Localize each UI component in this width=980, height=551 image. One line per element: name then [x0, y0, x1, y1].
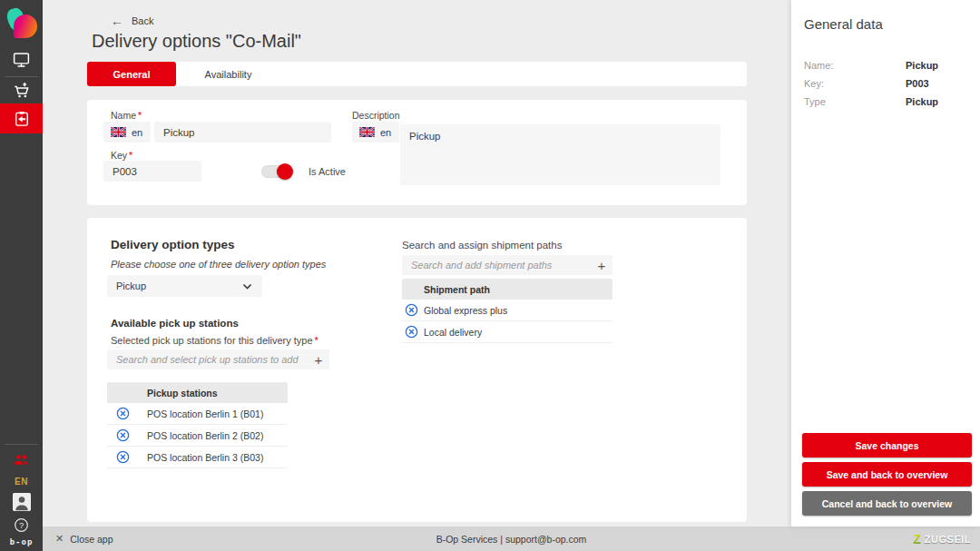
table-row: POS location Berlin 2 (B02) — [107, 425, 288, 447]
table-row: Global express plus — [402, 300, 612, 321]
pickup-stations-select-label: Selected pick up stations for this deliv… — [111, 335, 318, 346]
tab-bar: General Availability — [87, 62, 747, 86]
save-and-back-button[interactable]: Save and back to overview — [802, 462, 972, 487]
tab-general[interactable]: General — [87, 62, 176, 86]
remove-station-icon[interactable] — [116, 428, 130, 442]
pickup-stations-column-header: Pickup stations — [107, 382, 288, 403]
remove-shipment-path-icon[interactable] — [405, 325, 418, 339]
shipment-paths-search-input[interactable] — [402, 260, 591, 271]
summary-type-value: Pickup — [906, 96, 938, 107]
table-row: POS location Berlin 1 (B01) — [107, 403, 288, 425]
delivery-option-types-title: Delivery option types — [111, 238, 235, 251]
table-row: POS location Berlin 3 (B03) — [107, 447, 288, 468]
pickup-stations-search: + — [107, 349, 329, 369]
shipment-paths-title: Search and assign shipment paths — [402, 240, 562, 251]
app-logo-icon[interactable] — [0, 5, 43, 44]
is-active-toggle[interactable] — [261, 163, 298, 180]
avatar-icon — [13, 493, 31, 511]
main-content: ← Back Delivery options "Co-Mail" Genera… — [43, 0, 791, 526]
cart-add-icon — [12, 81, 32, 101]
footer-service-text: B-Op Services | support@b-op.com — [43, 534, 980, 545]
shipment-paths-search: + — [402, 255, 612, 275]
add-shipment-path-icon[interactable]: + — [591, 258, 612, 273]
close-app-button[interactable]: ✕ Close app — [55, 533, 113, 545]
users-icon — [13, 454, 30, 467]
sidebar-item-cart[interactable] — [0, 80, 43, 102]
chevron-down-icon — [241, 280, 253, 292]
monitor-icon — [12, 50, 31, 69]
back-button[interactable]: ← Back — [111, 15, 153, 27]
summary-type-label: Type — [804, 96, 826, 107]
remove-station-icon[interactable] — [116, 407, 130, 420]
delivery-details-card: Delivery option types Please choose one … — [87, 218, 747, 522]
language-switcher[interactable]: EN — [0, 474, 43, 488]
b-op-logo: b-op — [0, 536, 43, 548]
sidebar-item-monitor[interactable] — [0, 47, 43, 71]
sidebar-item-delivery-active[interactable] — [0, 103, 43, 133]
name-label: Name* — [111, 110, 142, 121]
name-input[interactable] — [154, 122, 331, 143]
back-arrow-icon: ← — [111, 15, 123, 27]
sidebar-item-account[interactable] — [0, 492, 43, 512]
name-language-selector[interactable]: en — [103, 122, 151, 143]
is-active-label: Is Active — [309, 166, 346, 177]
zugseil-logo: Z ZUGSEIL — [913, 532, 971, 546]
close-icon: ✕ — [55, 533, 64, 545]
description-textarea[interactable]: Pickup — [400, 124, 720, 185]
sidebar-divider — [5, 444, 38, 445]
help-icon: ? — [14, 517, 29, 533]
delivery-type-select[interactable]: Pickup — [107, 275, 262, 297]
sidebar-divider — [5, 76, 38, 77]
cancel-and-back-button[interactable]: Cancel and back to overview — [802, 491, 972, 516]
summary-key-value: P003 — [906, 78, 929, 89]
shipment-paths-table: Shipment path Global express plus Local … — [402, 279, 612, 343]
key-label: Key* — [111, 150, 132, 161]
summary-title: General data — [804, 16, 883, 32]
add-pickup-station-icon[interactable]: + — [308, 352, 329, 368]
uk-flag-icon — [359, 127, 375, 137]
svg-text:?: ? — [19, 520, 24, 529]
table-row: Local delivery — [402, 321, 612, 343]
general-form-card: Name* en Key* Is Active Description — [87, 100, 747, 205]
delivery-types-hint: Please choose one of three delivery opti… — [111, 259, 326, 270]
summary-panel: General data Name: Pickup Key: P003 Type… — [791, 0, 980, 526]
page-title: Delivery options "Co-Mail" — [92, 31, 301, 52]
shipment-path-column-header: Shipment path — [402, 279, 612, 300]
sidebar: EN ? b-op — [0, 0, 43, 551]
summary-key-label: Key: — [804, 78, 824, 89]
sidebar-item-help[interactable]: ? — [0, 516, 43, 534]
summary-name-value: Pickup — [906, 60, 938, 71]
clipboard-back-icon — [13, 110, 31, 128]
pickup-stations-table: Pickup stations POS location Berlin 1 (B… — [107, 382, 288, 468]
footer-bar: ✕ Close app B-Op Services | support@b-op… — [43, 526, 980, 551]
remove-shipment-path-icon[interactable] — [405, 303, 418, 317]
description-label: Description — [352, 110, 400, 121]
description-language-selector[interactable]: en — [352, 122, 399, 143]
uk-flag-icon — [111, 127, 126, 137]
remove-station-icon[interactable] — [116, 450, 130, 464]
key-input[interactable] — [103, 161, 201, 182]
zugseil-z-icon: Z — [913, 532, 921, 546]
summary-name-label: Name: — [804, 60, 833, 71]
pickup-stations-title: Available pick up stations — [111, 318, 239, 329]
save-changes-button[interactable]: Save changes — [802, 433, 972, 458]
sidebar-item-users[interactable] — [0, 451, 43, 469]
pickup-stations-search-input[interactable] — [107, 354, 308, 365]
tab-availability[interactable]: Availability — [176, 62, 280, 86]
